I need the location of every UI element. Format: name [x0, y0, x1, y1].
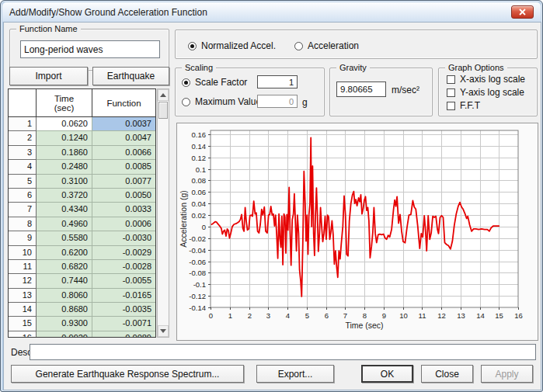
- time-cell[interactable]: 0.5580: [37, 231, 92, 245]
- row-number-cell[interactable]: 6: [9, 189, 37, 203]
- svg-text:-0.04: -0.04: [189, 246, 206, 255]
- time-cell[interactable]: 0.4340: [37, 203, 92, 217]
- table-row: 10.06200.0037: [9, 117, 155, 131]
- earthquake-button[interactable]: Earthquake: [92, 67, 169, 85]
- ok-button[interactable]: OK: [361, 365, 413, 383]
- table-row: 110.6820-0.0028: [9, 260, 155, 274]
- time-cell[interactable]: 0.8680: [37, 303, 92, 317]
- time-cell[interactable]: 0.0620: [37, 117, 92, 131]
- radio-icon: [182, 98, 190, 106]
- row-number-cell[interactable]: 16: [9, 331, 37, 338]
- function-cell[interactable]: 0.0085: [92, 160, 155, 174]
- svg-text:-0.12: -0.12: [189, 292, 206, 300]
- function-cell[interactable]: 0.0037: [92, 117, 155, 131]
- function-cell[interactable]: 0.0077: [92, 175, 155, 189]
- table-row: 90.5580-0.0030: [9, 231, 155, 245]
- function-cell[interactable]: 0.0047: [92, 131, 155, 145]
- row-number-cell[interactable]: 10: [9, 246, 37, 260]
- generate-response-spectrum-button[interactable]: Generate Earthquake Response Spectrum...: [11, 365, 244, 383]
- close-button[interactable]: [511, 5, 534, 19]
- function-cell[interactable]: -0.0055: [92, 274, 155, 288]
- close-icon: [519, 9, 526, 16]
- svg-text:2: 2: [248, 311, 252, 320]
- maximum-value-input[interactable]: [257, 95, 298, 108]
- row-number-cell[interactable]: 8: [9, 217, 37, 231]
- radio-acceleration[interactable]: Acceleration: [294, 40, 359, 51]
- function-cell[interactable]: -0.0029: [92, 246, 155, 260]
- table-scrollbar[interactable]: [157, 88, 169, 338]
- apply-button: Apply: [481, 365, 533, 383]
- time-cell[interactable]: 0.6820: [37, 260, 92, 274]
- radio-icon: [294, 42, 303, 50]
- row-number-cell[interactable]: 13: [9, 289, 37, 303]
- graph-options-group: Graph Options X-axis log scale Y-axis lo…: [438, 68, 538, 116]
- row-number-cell[interactable]: 1: [9, 117, 37, 131]
- radio-label: Acceleration: [308, 40, 359, 51]
- row-number-cell[interactable]: 9: [9, 231, 37, 245]
- svg-text:0.08: 0.08: [192, 176, 207, 185]
- row-number-cell[interactable]: 3: [9, 146, 37, 160]
- svg-text:8: 8: [363, 311, 367, 320]
- svg-text:12: 12: [437, 311, 446, 320]
- table-row: 40.24800.0085: [9, 160, 155, 174]
- table-body: 10.06200.003720.12400.004730.18600.00664…: [9, 117, 155, 338]
- scroll-down-button[interactable]: [158, 325, 169, 337]
- row-number-cell[interactable]: 7: [9, 203, 37, 217]
- import-button[interactable]: Import: [9, 67, 88, 85]
- function-cell[interactable]: 0.0089: [92, 331, 155, 338]
- time-cell[interactable]: 0.7440: [37, 274, 92, 288]
- function-cell[interactable]: 0.0050: [92, 189, 155, 203]
- time-cell[interactable]: 0.2480: [37, 160, 92, 174]
- row-number-cell[interactable]: 4: [9, 160, 37, 174]
- table-header: Time (sec) Function: [9, 89, 155, 117]
- row-number-cell[interactable]: 5: [9, 175, 37, 189]
- ground-acceleration-dialog: Add/Modify/Show Ground Acceleration Func…: [0, 0, 543, 392]
- export-button[interactable]: Export...: [256, 365, 334, 383]
- gravity-group: Gravity m/sec²: [329, 68, 433, 116]
- row-number-cell[interactable]: 12: [9, 274, 37, 288]
- scrollbar-thumb[interactable]: [158, 102, 168, 119]
- function-name-input[interactable]: [20, 40, 160, 58]
- svg-text:-0.08: -0.08: [189, 269, 206, 277]
- function-cell[interactable]: -0.0035: [92, 303, 155, 317]
- row-number-cell[interactable]: 2: [9, 131, 37, 145]
- function-cell[interactable]: -0.0028: [92, 260, 155, 274]
- time-cell[interactable]: 0.3100: [37, 175, 92, 189]
- close-dialog-button[interactable]: Close: [421, 365, 473, 383]
- row-number-cell[interactable]: 11: [9, 260, 37, 274]
- function-cell[interactable]: 0.0006: [92, 217, 155, 231]
- time-cell[interactable]: 0.3720: [37, 189, 92, 203]
- function-column-header: Function: [92, 89, 155, 116]
- radio-scale-factor[interactable]: Scale Factor: [182, 77, 247, 88]
- time-cell[interactable]: 0.8060: [37, 289, 92, 303]
- svg-text:-0.1: -0.1: [193, 280, 206, 289]
- function-cell[interactable]: -0.0071: [92, 317, 155, 331]
- desc-input[interactable]: [30, 344, 536, 360]
- svg-text:0.02: 0.02: [192, 211, 207, 220]
- function-cell[interactable]: 0.0033: [92, 203, 155, 217]
- checkbox-y-axis-log[interactable]: Y-axis log scale: [447, 87, 524, 98]
- radio-normalized-accel[interactable]: Normalized Accel.: [188, 40, 276, 51]
- function-cell[interactable]: -0.0030: [92, 231, 155, 245]
- gravity-group-label: Gravity: [336, 62, 370, 73]
- title-bar: Add/Modify/Show Ground Acceleration Func…: [2, 2, 541, 22]
- gravity-input[interactable]: [336, 82, 386, 97]
- radio-maximum-value[interactable]: Maximum Value: [182, 96, 261, 107]
- accel-type-group: Normalized Accel. Acceleration: [175, 29, 538, 59]
- time-cell[interactable]: 0.9300: [37, 317, 92, 331]
- time-cell[interactable]: 0.9920: [37, 331, 92, 338]
- function-cell[interactable]: -0.0165: [92, 289, 155, 303]
- svg-text:10: 10: [399, 311, 408, 320]
- row-number-cell[interactable]: 15: [9, 317, 37, 331]
- checkbox-x-axis-log[interactable]: X-axis log scale: [447, 74, 525, 85]
- time-cell[interactable]: 0.4960: [37, 217, 92, 231]
- function-cell[interactable]: 0.0066: [92, 146, 155, 160]
- row-number-cell[interactable]: 14: [9, 303, 37, 317]
- time-cell[interactable]: 0.1860: [37, 146, 92, 160]
- checkbox-fft[interactable]: F.F.T: [447, 100, 480, 111]
- svg-text:-0.06: -0.06: [189, 258, 206, 266]
- scroll-up-button[interactable]: [158, 89, 169, 101]
- time-cell[interactable]: 0.1240: [37, 131, 92, 145]
- scale-factor-input[interactable]: [257, 75, 298, 88]
- time-cell[interactable]: 0.6200: [37, 246, 92, 260]
